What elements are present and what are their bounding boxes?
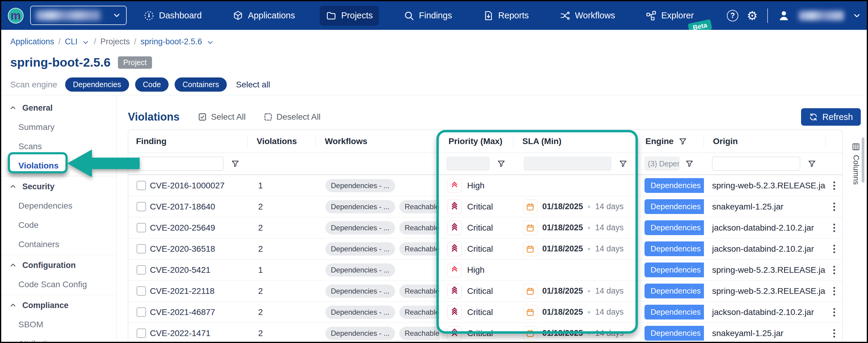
column-header-origin[interactable]: Origin — [704, 135, 826, 148]
workflow-chip[interactable]: Reachable and C... — [399, 242, 439, 255]
row-checkbox[interactable] — [136, 286, 146, 296]
row-checkbox[interactable] — [136, 202, 146, 211]
origin-filter-input[interactable] — [712, 157, 800, 171]
column-header-workflows[interactable]: Workflows — [316, 135, 439, 148]
nav-item-workflows[interactable]: Workflows — [553, 6, 621, 26]
scan-engine-chip-code[interactable]: Code — [135, 77, 169, 92]
nav-item-projects[interactable]: Projects — [320, 6, 379, 26]
filter-funnel-icon[interactable] — [807, 159, 816, 168]
workflow-chip[interactable]: Dependencies - ... — [326, 327, 395, 340]
nav-item-explorer[interactable]: Explorer Beta — [640, 6, 700, 26]
workflow-chip[interactable]: Reachable and C... — [399, 327, 439, 340]
row-actions-kebab-icon[interactable] — [832, 201, 837, 213]
sla-filter-input[interactable] — [524, 157, 611, 171]
filter-funnel-icon[interactable] — [678, 137, 687, 146]
priority-filter-input[interactable] — [447, 157, 490, 171]
sidebar-item-violations[interactable]: Violations — [1, 156, 116, 175]
row-checkbox[interactable] — [136, 307, 146, 317]
row-actions-kebab-icon[interactable] — [832, 222, 837, 234]
workflow-chip[interactable]: Dependencies - ... — [326, 264, 395, 277]
row-checkbox[interactable] — [136, 329, 146, 338]
workflow-chip[interactable]: Reachable and C... — [399, 221, 439, 235]
deselect-all-button[interactable]: Deselect All — [263, 112, 320, 122]
workflow-chip[interactable]: Dependencies - ... — [326, 306, 395, 319]
workflow-chip[interactable]: Dependencies - ... — [326, 242, 395, 255]
workflow-chip[interactable]: Dependencies - ... — [326, 200, 395, 213]
nav-item-reports[interactable]: Reports — [477, 6, 535, 26]
sidebar-item-scans[interactable]: Scans — [1, 137, 116, 156]
nav-item-findings[interactable]: Findings — [398, 6, 458, 26]
column-header-engine[interactable]: Engine — [637, 135, 704, 148]
workflow-chip[interactable]: Dependencies - ... — [326, 284, 395, 298]
column-header-priority[interactable]: Priority (Max) — [439, 135, 513, 148]
nav-item-applications[interactable]: Applications — [226, 6, 301, 26]
row-actions-kebab-icon[interactable] — [832, 243, 837, 255]
engine-filter-input[interactable]: (3) Depend — [645, 157, 680, 171]
row-checkbox[interactable] — [136, 244, 146, 253]
org-selector-dropdown[interactable] — [30, 6, 127, 25]
sidebar-item-code-scan-config[interactable]: Code Scan Config — [1, 275, 116, 294]
violations-count: 1 — [248, 181, 316, 191]
sidebar-item-attribution[interactable]: Attribution — [1, 334, 116, 343]
workflow-chip[interactable]: Reachable and C... — [399, 200, 439, 213]
workflow-chip[interactable]: Reachable and C... — [399, 306, 439, 319]
row-checkbox[interactable] — [136, 223, 146, 232]
finding-id[interactable]: CVE-2020-36518 — [150, 244, 215, 254]
row-checkbox[interactable] — [136, 181, 146, 190]
chevron-down-icon[interactable] — [82, 37, 90, 46]
priority-critical-icon — [447, 242, 462, 256]
breadcrumb-cli[interactable]: CLI — [65, 37, 78, 46]
breadcrumb-project-name[interactable]: spring-boot-2.5.6 — [141, 37, 202, 46]
breadcrumb-applications[interactable]: Applications — [10, 37, 54, 46]
finding-id[interactable]: CVE-2017-18640 — [150, 202, 215, 212]
workflow-chip[interactable]: Reachable and C... — [399, 284, 439, 298]
column-header-violations[interactable]: Violations — [248, 135, 316, 148]
select-all-button[interactable]: Select All — [197, 112, 246, 122]
finding-id[interactable]: CVE-2020-5421 — [150, 265, 211, 275]
filter-funnel-icon[interactable] — [497, 159, 506, 168]
finding-filter-input[interactable] — [136, 157, 223, 171]
finding-id[interactable]: CVE-2020-25649 — [150, 223, 215, 233]
mend-logo-icon[interactable]: m — [8, 8, 24, 24]
row-checkbox[interactable] — [136, 265, 146, 275]
sidebar-section-general[interactable]: General — [1, 98, 116, 117]
help-icon[interactable]: ? — [727, 10, 738, 22]
row-actions-kebab-icon[interactable] — [832, 264, 837, 276]
filter-funnel-icon[interactable] — [231, 159, 240, 168]
sidebar-item-dependencies[interactable]: Dependencies — [1, 196, 116, 215]
sidebar-section-compliance[interactable]: Compliance — [1, 296, 116, 315]
nav-label: Explorer — [661, 10, 694, 21]
gear-icon[interactable]: ⚙ — [747, 10, 757, 22]
sidebar-item-containers[interactable]: Containers — [1, 235, 116, 254]
filter-funnel-icon[interactable] — [685, 159, 694, 168]
vertical-scrollbar-thumb[interactable] — [862, 137, 864, 183]
sidebar-section-configuration[interactable]: Configuration — [1, 255, 116, 275]
sidebar-section-security[interactable]: Security — [1, 177, 116, 196]
violations-count: 2 — [248, 307, 316, 317]
workflow-chip[interactable]: Dependencies - ... — [326, 179, 395, 192]
sidebar-item-sbom[interactable]: SBOM — [1, 315, 116, 334]
row-actions-kebab-icon[interactable] — [832, 180, 837, 192]
scan-engine-chip-dependencies[interactable]: Dependencies — [65, 77, 129, 92]
scan-engine-chip-containers[interactable]: Containers — [175, 77, 227, 92]
nav-label: Workflows — [575, 10, 615, 21]
nav-item-dashboard[interactable]: Dashboard — [137, 6, 208, 26]
chevron-down-icon[interactable] — [852, 11, 861, 20]
row-actions-kebab-icon[interactable] — [832, 306, 837, 318]
refresh-button[interactable]: Refresh — [801, 108, 861, 126]
filter-funnel-icon[interactable] — [619, 159, 628, 168]
column-header-sla[interactable]: SLA (Min) — [513, 135, 637, 148]
scan-engine-select-all[interactable]: Select all — [236, 80, 270, 90]
user-avatar-icon[interactable] — [777, 9, 790, 22]
row-actions-kebab-icon[interactable] — [832, 327, 837, 339]
finding-id[interactable]: CVE-2021-46877 — [150, 307, 215, 317]
sidebar-item-summary[interactable]: Summary — [1, 117, 116, 137]
finding-id[interactable]: CVE-2016-1000027 — [150, 181, 225, 191]
finding-id[interactable]: CVE-2021-22118 — [150, 286, 214, 296]
column-header-finding[interactable]: Finding — [128, 135, 248, 148]
finding-id[interactable]: CVE-2022-1471 — [150, 329, 211, 338]
sidebar-item-code[interactable]: Code — [1, 215, 116, 235]
chevron-down-icon[interactable] — [206, 37, 214, 46]
row-actions-kebab-icon[interactable] — [832, 285, 837, 297]
workflow-chip[interactable]: Dependencies - ... — [326, 221, 395, 235]
